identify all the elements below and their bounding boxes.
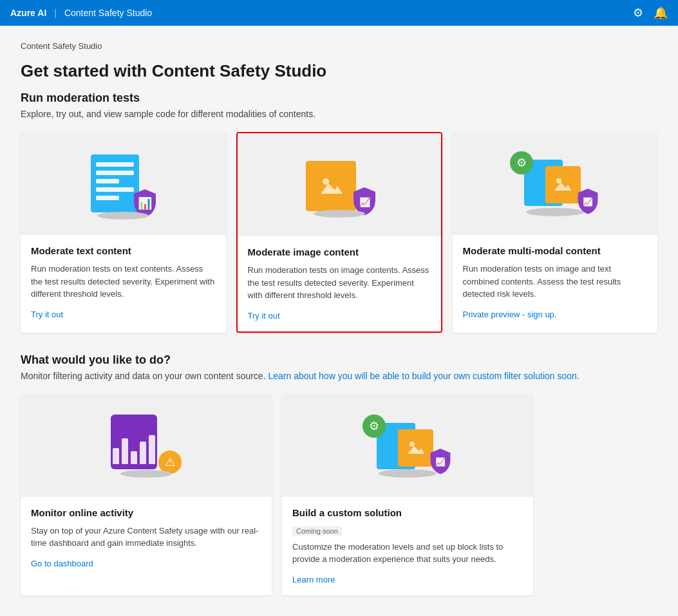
- action-cards-grid: ⚠ Monitor online activity Stay on top of…: [21, 394, 657, 595]
- bell-icon[interactable]: 🔔: [654, 6, 668, 20]
- orange-frame-icon: [306, 161, 356, 211]
- doc-line-3: [96, 179, 118, 183]
- svg-text:📈: 📈: [583, 197, 593, 207]
- card-build-body: Build a custom solution Coming soon Cust…: [282, 497, 533, 595]
- bar-4: [140, 442, 146, 464]
- card-multimodal-description: Run moderation tests on image and text c…: [463, 263, 648, 301]
- card-multimodal-content[interactable]: ⚙ 📈: [453, 132, 658, 333]
- bar-3: [131, 451, 137, 464]
- card-text-title: Moderate text content: [31, 245, 216, 256]
- moderation-section-subtitle: Explore, try out, and view sample code f…: [21, 109, 657, 119]
- azure-ai-brand: Azure AI: [10, 8, 46, 18]
- chart-bars: [113, 432, 155, 464]
- card-image-description: Run moderation tests on image contents. …: [248, 264, 431, 302]
- card-build-image-area: ⚙ 📈: [282, 394, 533, 497]
- card-multimodal-title: Moderate multi-modal content: [463, 245, 648, 256]
- card-image-image-area: 📈: [238, 133, 441, 236]
- build-gear-icon: ⚙: [363, 415, 386, 438]
- svg-text:📊: 📊: [138, 196, 153, 210]
- settings-icon[interactable]: ⚙: [633, 6, 643, 20]
- topbar-left: Azure AI | Content Safety Studio: [10, 8, 152, 18]
- card-monitor-activity[interactable]: ⚠ Monitor online activity Stay on top of…: [21, 394, 272, 595]
- card-build-description: Customize the moderation levels and set …: [292, 541, 523, 566]
- action-section: What would you like to do? Monitor filte…: [21, 353, 657, 595]
- card-monitor-title: Monitor online activity: [31, 507, 261, 518]
- text-icon-container: 📊: [84, 145, 162, 222]
- doc-line-1: [96, 162, 134, 167]
- svg-point-6: [410, 442, 415, 447]
- mountain-icon-multimodal: [553, 175, 572, 194]
- gear-icon: ⚙: [510, 151, 533, 174]
- action-section-link[interactable]: Learn about how you will be able to buil…: [268, 371, 579, 381]
- bar-1: [113, 448, 119, 464]
- card-multimodal-image-area: ⚙ 📈: [453, 132, 658, 235]
- image-mountain-icon: [318, 173, 344, 199]
- card-text-description: Run moderation tests on text contents. A…: [31, 263, 216, 301]
- doc-line-5: [96, 196, 118, 200]
- card-text-image-area: 📊: [21, 132, 226, 235]
- page-title: Get started with Content Safety Studio: [21, 61, 657, 81]
- card-monitor-body: Monitor online activity Stay on top of y…: [21, 497, 272, 579]
- card-multimodal-body: Moderate multi-modal content Run moderat…: [453, 235, 658, 330]
- monitor-icon-container: ⚠: [108, 411, 185, 479]
- svg-point-2: [323, 178, 329, 185]
- coming-soon-badge: Coming soon: [292, 527, 342, 536]
- bar-2: [122, 438, 128, 464]
- shield-badge-multimodal: 📈: [576, 187, 600, 216]
- card-monitor-image-area: ⚠: [21, 394, 272, 497]
- breadcrumb: Content Safety Studio: [21, 41, 657, 51]
- svg-text:📈: 📈: [435, 457, 446, 467]
- build-shield-badge: 📈: [428, 447, 453, 476]
- moderation-cards-grid: 📊 Moderate text content Run moderation t…: [21, 132, 657, 333]
- card-monitor-link[interactable]: Go to dashboard: [31, 559, 93, 568]
- card-text-body: Moderate text content Run moderation tes…: [21, 235, 226, 330]
- card-image-content[interactable]: 📈 Moderate image content Run moderation …: [236, 132, 442, 333]
- doc-line-2: [96, 171, 134, 175]
- app-title: Content Safety Studio: [64, 8, 152, 18]
- card-text-content[interactable]: 📊 Moderate text content Run moderation t…: [21, 132, 226, 333]
- card-build-solution[interactable]: ⚙ 📈: [282, 394, 533, 595]
- card-multimodal-link[interactable]: Private preview - sign up.: [463, 310, 557, 319]
- topbar: Azure AI | Content Safety Studio ⚙ 🔔: [0, 0, 678, 26]
- card-monitor-description: Stay on top of your Azure Content Safety…: [31, 525, 261, 550]
- moderation-section: Run moderation tests Explore, try out, a…: [21, 91, 657, 333]
- card-build-title: Build a custom solution: [292, 507, 523, 518]
- multimodal-icon-container: ⚙ 📈: [510, 148, 600, 219]
- topbar-divider: |: [54, 8, 57, 18]
- main-content: Content Safety Studio Get started with C…: [0, 26, 678, 611]
- build-mountain-icon: [406, 438, 426, 458]
- svg-point-4: [556, 178, 561, 183]
- doc-line-4: [96, 187, 134, 192]
- build-icon-container: ⚙ 📈: [363, 411, 453, 479]
- action-section-subtitle: Monitor filtering activity and data on y…: [21, 371, 657, 381]
- action-section-title: What would you like to do?: [21, 353, 657, 367]
- card-image-title: Moderate image content: [248, 247, 431, 257]
- bar-5: [149, 435, 155, 464]
- card-image-body: Moderate image content Run moderation te…: [238, 236, 441, 331]
- svg-text:📈: 📈: [359, 197, 370, 208]
- card-build-link[interactable]: Learn more: [292, 575, 335, 584]
- moderation-section-title: Run moderation tests: [21, 91, 657, 105]
- image-icon-container: 📈: [301, 149, 378, 220]
- topbar-right: ⚙ 🔔: [633, 6, 668, 20]
- purple-chart-icon: [111, 415, 157, 469]
- card-text-link[interactable]: Try it out: [31, 310, 63, 319]
- card-image-link[interactable]: Try it out: [248, 311, 280, 321]
